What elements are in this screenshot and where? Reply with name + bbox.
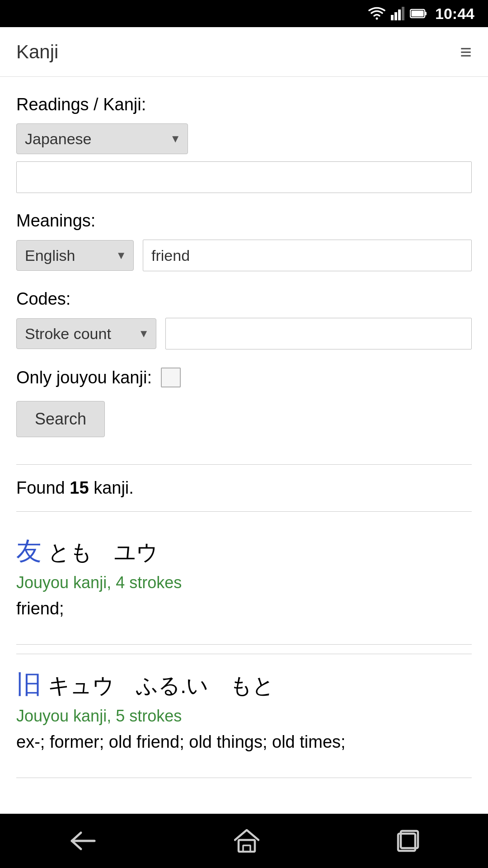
meanings-label: Meanings:: [16, 211, 472, 231]
results-divider: [16, 464, 472, 465]
wifi-icon: [368, 7, 385, 20]
status-icons: [368, 7, 427, 20]
svg-rect-3: [402, 7, 404, 20]
readings-dropdown[interactable]: Japanese English Romaji: [16, 123, 188, 154]
jouyou-row: Only jouyou kanji:: [16, 368, 472, 387]
kanji-meta: Jouyou kanji, 5 strokes: [16, 707, 472, 726]
status-time: 10:44: [435, 5, 474, 23]
back-button[interactable]: [50, 826, 115, 855]
jouyou-checkbox[interactable]: [161, 368, 181, 387]
item-divider-2: [16, 778, 472, 778]
svg-rect-5: [412, 11, 424, 17]
kanji-meaning: friend;: [16, 596, 472, 622]
app-bar: Kanji ≡: [0, 27, 488, 77]
app-title: Kanji: [16, 41, 58, 63]
home-button[interactable]: [216, 825, 277, 857]
kanji-meta: Jouyou kanji, 4 strokes: [16, 573, 472, 592]
results-divider-2: [16, 511, 472, 512]
battery-icon: [410, 9, 427, 19]
readings-label: Readings / Kanji:: [16, 95, 472, 114]
meanings-row: English Japanese French German: [16, 240, 472, 271]
item-divider: [16, 644, 472, 645]
codes-input[interactable]: [165, 318, 472, 349]
svg-rect-1: [394, 12, 397, 20]
results-list: 友 とも ユウ Jouyou kanji, 4 strokes friend; …: [16, 521, 472, 778]
search-button[interactable]: Search: [16, 401, 105, 437]
codes-dropdown-wrapper: Stroke count JLPT Grade Heisig: [16, 318, 156, 349]
kanji-item[interactable]: 旧 キュウ ふる.い もと Jouyou kanji, 5 strokes ex…: [16, 654, 472, 769]
svg-rect-0: [391, 15, 394, 20]
recents-button[interactable]: [378, 825, 438, 857]
codes-row: Stroke count JLPT Grade Heisig: [16, 318, 472, 349]
kanji-header: 旧 キュウ ふる.い もと: [16, 668, 472, 702]
jouyou-label: Only jouyou kanji:: [16, 368, 152, 387]
kanji-char: 友: [16, 534, 42, 569]
svg-rect-6: [425, 12, 427, 15]
menu-icon[interactable]: ≡: [460, 42, 472, 62]
found-prefix: Found: [16, 478, 70, 497]
readings-input[interactable]: [16, 161, 472, 193]
found-suffix: kanji.: [89, 478, 134, 497]
meanings-input[interactable]: [143, 240, 472, 271]
kanji-item[interactable]: 友 とも ユウ Jouyou kanji, 4 strokes friend;: [16, 521, 472, 635]
readings-dropdown-wrapper: Japanese English Romaji: [16, 123, 188, 154]
kanji-readings: とも ユウ: [48, 538, 158, 567]
meanings-dropdown[interactable]: English Japanese French German: [16, 240, 134, 271]
main-content: Readings / Kanji: Japanese English Romaj…: [0, 77, 488, 814]
meanings-section: Meanings: English Japanese French German: [16, 211, 472, 271]
signal-icon: [391, 7, 404, 20]
readings-section: Readings / Kanji: Japanese English Romaj…: [16, 95, 472, 193]
kanji-header: 友 とも ユウ: [16, 534, 472, 569]
kanji-readings: キュウ ふる.い もと: [48, 671, 274, 700]
found-text: Found 15 kanji.: [16, 478, 472, 498]
status-bar: 10:44: [0, 0, 488, 27]
meanings-dropdown-wrapper: English Japanese French German: [16, 240, 134, 271]
codes-section: Codes: Stroke count JLPT Grade Heisig: [16, 289, 472, 349]
kanji-meaning: ex-; former; old friend; old things; old…: [16, 729, 472, 755]
codes-label: Codes:: [16, 289, 472, 309]
nav-bar: [0, 814, 488, 868]
found-count: 15: [70, 478, 89, 497]
kanji-char: 旧: [16, 668, 42, 702]
svg-rect-2: [398, 9, 401, 20]
codes-dropdown[interactable]: Stroke count JLPT Grade Heisig: [16, 318, 156, 349]
